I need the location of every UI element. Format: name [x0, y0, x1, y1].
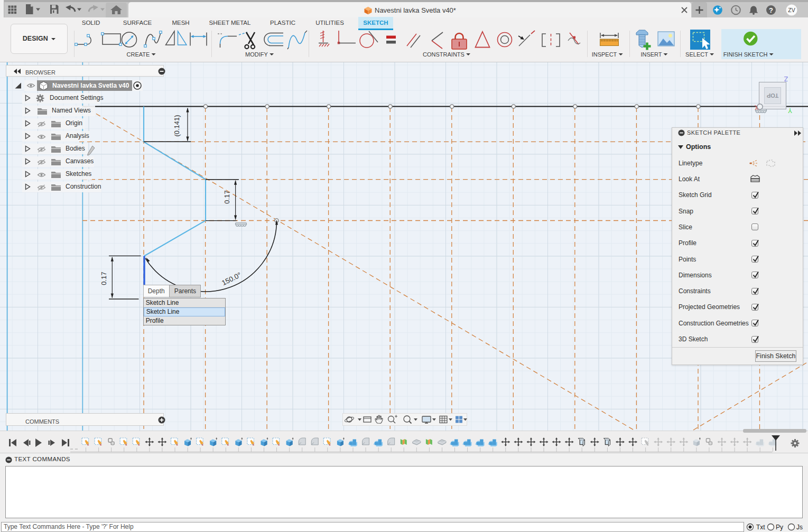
svg-text:0.17: 0.17 [223, 190, 231, 203]
svg-text:Js: Js [796, 524, 803, 531]
svg-text:0.17: 0.17 [100, 272, 108, 285]
svg-text:Py: Py [776, 524, 783, 531]
svg-text:Txt: Txt [756, 524, 765, 531]
svg-text:?: ? [769, 6, 773, 14]
svg-text:150.0°: 150.0° [220, 271, 243, 287]
svg-text:(0.141): (0.141) [173, 115, 181, 136]
svg-text:ZV: ZV [788, 7, 795, 13]
